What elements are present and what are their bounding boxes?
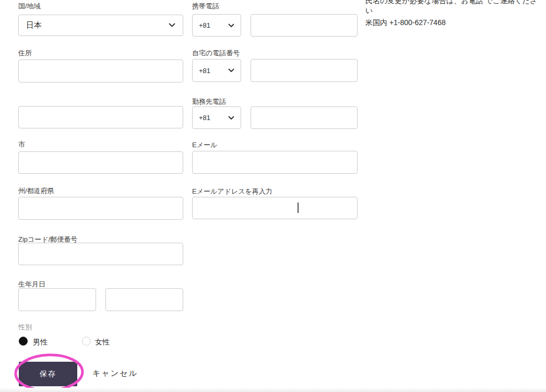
state-prefecture-label: 州/都道府県 xyxy=(18,186,54,196)
email-input[interactable] xyxy=(192,151,358,174)
address-line1-input[interactable] xyxy=(18,60,183,82)
name-change-note-panel: 氏名の変更が必要な場合は、お電話 でご連絡ください 米国内 +1-800-627… xyxy=(365,0,542,28)
email-label: Eメール xyxy=(192,140,217,150)
home-country-code-select[interactable]: +81 xyxy=(192,59,241,82)
country-label: 国/地域 xyxy=(18,2,41,11)
page-bottom-edge xyxy=(0,388,546,392)
address-line2-input[interactable] xyxy=(18,106,183,128)
profile-edit-form: 氏名の変更が必要な場合は、お電話 でご連絡ください 米国内 +1-800-627… xyxy=(0,0,546,392)
save-button[interactable]: 保存 xyxy=(19,362,77,386)
work-phone-label: 勤務先電話 xyxy=(192,97,226,106)
email-confirm-input[interactable] xyxy=(192,197,358,219)
mobile-country-code-value: +81 xyxy=(199,21,210,29)
mobile-country-code-select[interactable]: +81 xyxy=(192,14,241,37)
birth-date-part2-input[interactable] xyxy=(105,288,183,311)
gender-female-label: 女性 xyxy=(95,338,110,347)
home-phone-label: 自宅の電話番号 xyxy=(192,49,240,58)
city-label: 市 xyxy=(18,140,25,149)
zip-code-input[interactable] xyxy=(18,243,183,265)
city-input[interactable] xyxy=(18,151,183,174)
mobile-phone-input[interactable] xyxy=(251,14,358,37)
work-phone-input[interactable] xyxy=(251,106,358,129)
chevron-down-icon xyxy=(169,23,175,28)
email-confirm-label: Eメールアドレスを再入力 xyxy=(192,187,272,196)
gender-male-radio[interactable] xyxy=(19,337,28,346)
gender-female-radio[interactable] xyxy=(82,337,91,346)
us-support-phone: 米国内 +1-800-627-7468 xyxy=(365,18,542,28)
work-country-code-select[interactable]: +81 xyxy=(192,106,241,129)
address-label: 住所 xyxy=(18,49,32,58)
chevron-down-icon xyxy=(228,68,234,73)
work-country-code-value: +81 xyxy=(199,114,210,122)
chevron-down-icon xyxy=(228,116,234,120)
gender-male-label: 男性 xyxy=(33,338,48,347)
chevron-down-icon xyxy=(228,23,234,28)
home-phone-input[interactable] xyxy=(251,59,358,82)
country-select-value: 日本 xyxy=(26,20,42,30)
birth-date-part1-input[interactable] xyxy=(18,288,96,311)
mobile-phone-label: 携帯電話 xyxy=(192,2,219,11)
name-change-note: 氏名の変更が必要な場合は、お電話 でご連絡ください xyxy=(365,0,542,16)
text-cursor xyxy=(298,203,299,213)
state-prefecture-input[interactable] xyxy=(18,197,183,220)
home-country-code-value: +81 xyxy=(199,67,210,75)
cancel-button[interactable]: キャンセル xyxy=(92,369,138,378)
gender-label: 性別 xyxy=(18,323,32,332)
country-select[interactable]: 日本 xyxy=(18,15,183,36)
